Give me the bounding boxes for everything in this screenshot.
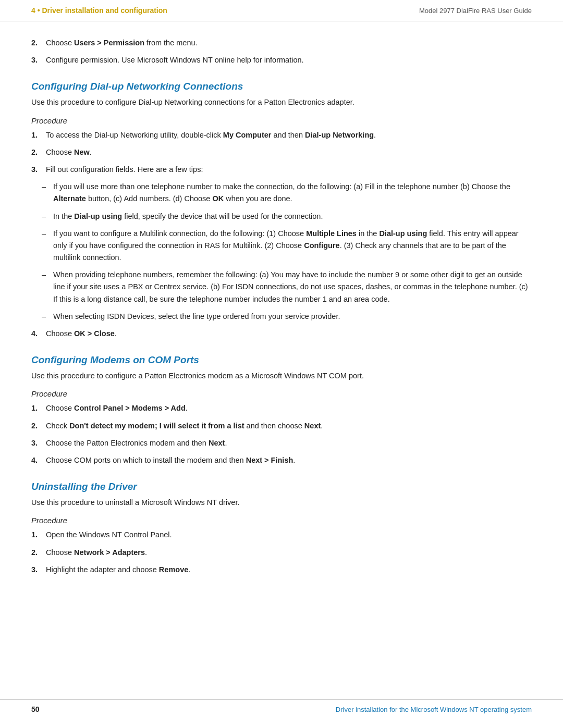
section-heading-uninstall: Uninstalling the Driver	[31, 481, 532, 492]
procedure-heading-3: Procedure	[31, 516, 532, 525]
bullet-text: When providing telephone numbers, rememb…	[53, 269, 532, 305]
step-content: Choose Network > Adapters.	[46, 547, 532, 559]
step-content: Choose Control Panel > Modems > Add.	[46, 402, 532, 414]
intro-step-2: 2. Choose Users > Permission from the me…	[31, 37, 532, 49]
step-number: 2.	[31, 37, 46, 49]
step-content: To access the Dial-up Networking utility…	[46, 129, 532, 141]
section-heading-com: Configuring Modems on COM Ports	[31, 354, 532, 366]
step-content: Choose Users > Permission from the menu.	[46, 37, 532, 49]
intro-steps: 2. Choose Users > Permission from the me…	[31, 37, 532, 66]
bullet-text: If you will use more than one telephone …	[53, 181, 532, 205]
step-number: 2.	[31, 547, 46, 559]
step-content: Open the Windows NT Control Panel.	[46, 529, 532, 541]
step-number: 2.	[31, 146, 46, 158]
uninstall-step-1: 1. Open the Windows NT Control Panel.	[31, 529, 532, 541]
step-number: 1.	[31, 402, 46, 414]
dash-symbol: –	[42, 269, 53, 305]
step-number: 3.	[31, 564, 46, 576]
page-header: 4 • Driver installation and configuratio…	[0, 0, 563, 21]
com-steps: 1. Choose Control Panel > Modems > Add. …	[31, 402, 532, 466]
dial-up-bullets: – If you will use more than one telephon…	[31, 181, 532, 323]
bullet-item: – If you will use more than one telephon…	[31, 181, 532, 205]
page-footer: 50 Driver installation for the Microsoft…	[0, 699, 563, 713]
bullet-item: – When providing telephone numbers, reme…	[31, 269, 532, 305]
dial-up-step-2: 2. Choose New.	[31, 146, 532, 158]
section-intro-com: Use this procedure to configure a Patton…	[31, 370, 532, 382]
page-number: 50	[31, 705, 40, 713]
com-step-4: 4. Choose COM ports on which to install …	[31, 454, 532, 466]
step-content: Fill out configuration fields. Here are …	[46, 164, 532, 176]
section-heading-dial-up: Configuring Dial-up Networking Connectio…	[31, 81, 532, 92]
dash-symbol: –	[42, 311, 53, 323]
bullet-text: In the Dial-up using field, specify the …	[53, 211, 532, 223]
main-content: 2. Choose Users > Permission from the me…	[0, 21, 563, 602]
step-number: 1.	[31, 129, 46, 141]
footer-section-label: Driver installation for the Microsoft Wi…	[336, 706, 532, 713]
step-content: Configure permission. Use Microsoft Wind…	[46, 54, 532, 66]
section-intro-uninstall: Use this procedure to uninstall a Micros…	[31, 497, 532, 509]
step-number: 3.	[31, 437, 46, 449]
dash-symbol: –	[42, 211, 53, 223]
dash-symbol: –	[42, 181, 53, 205]
step-number: 1.	[31, 529, 46, 541]
dial-up-step-3: 3. Fill out configuration fields. Here a…	[31, 164, 532, 176]
step-content: Choose OK > Close.	[46, 328, 532, 340]
bullet-text: If you want to configure a Multilink con…	[53, 228, 532, 264]
step-number: 3.	[31, 54, 46, 66]
step-content: Choose COM ports on which to install the…	[46, 454, 532, 466]
section-dial-up: Configuring Dial-up Networking Connectio…	[31, 81, 532, 340]
com-step-1: 1. Choose Control Panel > Modems > Add.	[31, 402, 532, 414]
uninstall-steps: 1. Open the Windows NT Control Panel. 2.…	[31, 529, 532, 576]
uninstall-step-3: 3. Highlight the adapter and choose Remo…	[31, 564, 532, 576]
step-number: 4.	[31, 328, 46, 340]
com-step-2: 2. Check Don't detect my modem; I will s…	[31, 420, 532, 432]
step-content: Check Don't detect my modem; I will sele…	[46, 420, 532, 432]
step-content: Choose the Patton Electronics modem and …	[46, 437, 532, 449]
dial-up-step-1: 1. To access the Dial-up Networking util…	[31, 129, 532, 141]
dash-symbol: –	[42, 228, 53, 264]
uninstall-step-2: 2. Choose Network > Adapters.	[31, 547, 532, 559]
procedure-heading-1: Procedure	[31, 116, 532, 125]
chapter-label: 4 • Driver installation and configuratio…	[31, 6, 167, 15]
page: 4 • Driver installation and configuratio…	[0, 0, 563, 728]
bullet-text: When selecting ISDN Devices, select the …	[53, 311, 532, 323]
section-com-ports: Configuring Modems on COM Ports Use this…	[31, 354, 532, 466]
com-step-3: 3. Choose the Patton Electronics modem a…	[31, 437, 532, 449]
step-content: Choose New.	[46, 146, 532, 158]
step-content: Highlight the adapter and choose Remove.	[46, 564, 532, 576]
dial-up-step-4: 4. Choose OK > Close.	[31, 328, 532, 340]
section-intro-dial-up: Use this procedure to configure Dial-up …	[31, 96, 532, 108]
dial-up-steps: 1. To access the Dial-up Networking util…	[31, 129, 532, 176]
section-uninstall: Uninstalling the Driver Use this procedu…	[31, 481, 532, 576]
bullet-item: – In the Dial-up using field, specify th…	[31, 211, 532, 223]
procedure-heading-2: Procedure	[31, 389, 532, 398]
step-number: 4.	[31, 454, 46, 466]
guide-title: Model 2977 DialFire RAS User Guide	[419, 7, 532, 15]
intro-step-3: 3. Configure permission. Use Microsoft W…	[31, 54, 532, 66]
step-number: 3.	[31, 164, 46, 176]
bullet-item: – If you want to configure a Multilink c…	[31, 228, 532, 264]
step-number: 2.	[31, 420, 46, 432]
bullet-item: – When selecting ISDN Devices, select th…	[31, 311, 532, 323]
